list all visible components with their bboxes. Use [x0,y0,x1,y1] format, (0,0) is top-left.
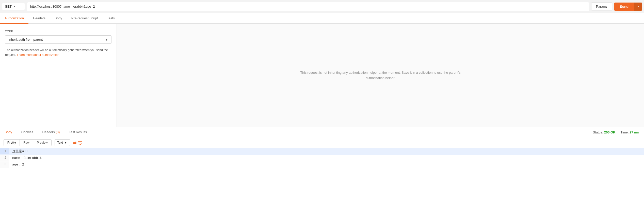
line-content-1: 这里是all [9,148,31,155]
main-content: TYPE Inherit auth from parent ▼ The auth… [0,24,644,127]
response-status: Status: 200 OK Time: 27 ms [593,130,644,134]
line-number-3: 3 [0,161,9,168]
response-tab-cookies[interactable]: Cookies [17,127,38,137]
view-preview-button[interactable]: Preview [33,140,51,146]
response-tabs-bar: Body Cookies Headers (3) Test Results St… [0,127,644,137]
response-section: Body Cookies Headers (3) Test Results St… [0,127,644,211]
time-label: Time: 27 ms [620,130,639,134]
status-value: 200 OK [604,130,616,134]
tab-headers[interactable]: Headers [28,13,50,24]
send-dropdown-button[interactable]: ▼ [634,3,642,11]
word-wrap-icon[interactable]: ⇄ [73,140,83,145]
view-pretty-button[interactable]: Pretty [4,140,20,146]
auth-type-select[interactable]: Inherit auth from parent ▼ [5,35,111,44]
response-body-toolbar: Pretty Raw Preview Text ▼ ⇄ [0,137,644,148]
helper-text: This request is not inheriting any autho… [292,70,469,81]
auth-select-chevron-icon: ▼ [105,38,108,41]
learn-more-link[interactable]: Learn more about authorization [17,53,59,57]
view-button-group: Pretty Raw Preview [4,139,52,146]
code-area: 1 这里是all 2 name: lierabbit 3 age: 2 [0,148,644,168]
url-input-wrap [27,2,589,11]
format-select[interactable]: Text ▼ [55,139,70,146]
url-input[interactable] [30,5,586,8]
tab-tests[interactable]: Tests [102,13,119,24]
line-content-2: name: lierabbit [9,155,45,161]
send-button-wrap: Send ▼ [614,3,642,11]
auth-description: The authorization header will be automat… [5,48,111,57]
auth-type-label: TYPE [5,30,111,33]
method-selector[interactable]: GET ▼ [2,3,25,10]
line-content-3: age: 2 [9,161,27,168]
auth-select-value: Inherit auth from parent [8,38,43,41]
top-bar: GET ▼ Params Send ▼ [0,0,644,13]
response-tab-test-results[interactable]: Test Results [64,127,91,137]
tab-authorization[interactable]: Authorization [0,13,28,24]
request-tabs: Authorization Headers Body Pre-request S… [0,13,644,24]
headers-badge: (3) [56,130,60,134]
response-tab-body[interactable]: Body [0,127,17,137]
params-button[interactable]: Params [591,3,612,10]
format-value: Text [57,141,63,144]
line-number-1: 1 [0,148,9,154]
code-line-1: 1 这里是all [0,148,644,155]
tab-pre-request-script[interactable]: Pre-request Script [67,13,103,24]
format-chevron-icon: ▼ [64,141,67,144]
response-tab-headers[interactable]: Headers (3) [38,127,65,137]
code-line-3: 3 age: 2 [0,161,644,168]
code-line-2: 2 name: lierabbit [0,155,644,161]
helper-panel: This request is not inheriting any autho… [117,24,644,127]
view-raw-button[interactable]: Raw [20,140,33,146]
line-number-2: 2 [0,155,9,161]
status-label: Status: 200 OK [593,130,616,134]
method-label: GET [5,5,12,8]
tab-body[interactable]: Body [50,13,67,24]
time-value: 27 ms [630,130,639,134]
auth-panel: TYPE Inherit auth from parent ▼ The auth… [0,24,117,127]
send-button[interactable]: Send [614,3,634,11]
method-chevron-icon: ▼ [13,5,16,8]
